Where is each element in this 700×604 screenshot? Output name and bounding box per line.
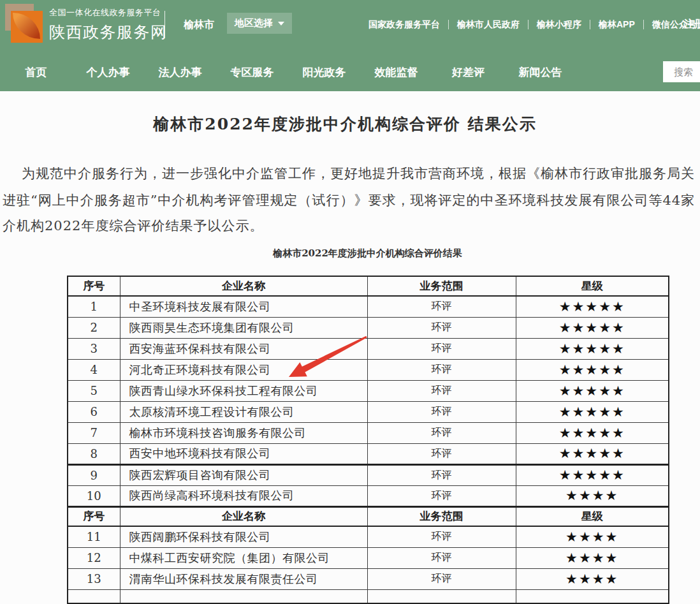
row-number: 5: [68, 380, 120, 401]
business-scope: 环评: [367, 485, 516, 506]
nav-item-1[interactable]: 个人办事: [72, 54, 144, 91]
row-number: 2: [68, 317, 120, 338]
column-header: 序号: [68, 506, 120, 526]
header-link-1[interactable]: 榆林市人民政府: [440, 19, 520, 31]
header-link-0[interactable]: 国家政务服务平台: [368, 19, 440, 31]
star-rating: ★★★★★: [516, 380, 669, 401]
business-scope: 环评: [367, 359, 516, 380]
star-rating: ★★★★★: [516, 401, 669, 422]
business-scope: 环评: [367, 443, 516, 464]
column-header: 业务范围: [367, 276, 516, 296]
main-nav: 首页个人办事法人办事专区服务阳光政务效能监督好差评新闻公告: [0, 54, 700, 91]
empty-cell: [68, 589, 120, 603]
nav-item-3[interactable]: 专区服务: [216, 54, 288, 91]
brand-text: 全国一体化在线政务服务平台 陕西政务服务网: [49, 7, 168, 43]
current-city-label: 榆林市: [184, 18, 214, 32]
table-row: 9陕西宏辉项目咨询有限公司环评★★★★★: [68, 464, 669, 485]
page: 全国一体化在线政务服务平台 陕西政务服务网 榆林市 地区选择 国家政务服务平台榆…: [0, 0, 700, 604]
row-number: 13: [68, 568, 120, 589]
star-rating: ★★★★★: [516, 443, 669, 464]
content-area: 榆林市2022年度涉批中介机构综合评价 结果公示 为规范中介服务行为，进一步强化…: [0, 91, 700, 604]
nav-item-6[interactable]: 好差评: [432, 54, 504, 91]
star-rating: ★★★★★: [516, 317, 669, 338]
company-name: 陕西阔鹏环保科技有限公司: [120, 526, 367, 547]
company-name: 榆林市环境科技咨询服务有限公司: [120, 422, 367, 443]
business-scope: 环评: [367, 338, 516, 359]
table-row-partial: [68, 589, 669, 603]
page-title: 榆林市2022年度涉批中介机构综合评价 结果公示: [0, 114, 690, 135]
table-caption: 榆林市2022年度涉批中介机构综合评价结果: [67, 247, 668, 260]
region-selector-label: 地区选择: [235, 17, 273, 29]
column-header: 星级: [516, 506, 669, 526]
nav-item-0[interactable]: 首页: [0, 54, 72, 91]
table-row: 10陕西尚绿高科环境科技有限公司环评★★★★: [68, 485, 669, 506]
paragraph-line-3: 介机构2022年度综合评价结果予以公示。: [3, 217, 263, 235]
star-rating: ★★★★: [516, 485, 669, 506]
row-number: 3: [68, 338, 120, 359]
nav-item-5[interactable]: 效能监督: [360, 54, 432, 91]
search-box: [663, 61, 700, 82]
table-header-row: 序号企业名称业务范围星级: [68, 506, 669, 526]
table-row: 4河北奇正环境科技有限公司环评★★★★★: [68, 359, 669, 380]
table-row: 2陕西雨昊生态环境集团有限公司环评★★★★★: [68, 317, 669, 338]
business-scope: 环评: [367, 568, 516, 589]
site-name: 陕西政务服务网: [49, 22, 168, 43]
search-input[interactable]: [663, 66, 700, 77]
business-scope: 环评: [367, 380, 516, 401]
empty-cell: [367, 589, 516, 603]
region-selector-button[interactable]: 地区选择: [227, 13, 292, 34]
register-link[interactable]: 注册: [684, 18, 700, 31]
star-rating: ★★★★★: [516, 296, 669, 317]
table-header-row: 序号企业名称业务范围星级: [68, 276, 669, 296]
site-header: 全国一体化在线政务服务平台 陕西政务服务网 榆林市 地区选择 国家政务服务平台榆…: [0, 0, 700, 91]
nav-item-2[interactable]: 法人办事: [144, 54, 216, 91]
empty-cell: [120, 589, 367, 603]
business-scope: 环评: [367, 464, 516, 485]
row-number: 10: [68, 485, 120, 506]
site-logo-icon: [5, 4, 43, 43]
star-rating: ★★★★: [516, 547, 669, 568]
company-name: 西安中地环境科技有限公司: [120, 443, 367, 464]
row-number: 8: [68, 443, 120, 464]
divider: [164, 11, 165, 38]
row-number: 11: [68, 526, 120, 547]
table-row: 7榆林市环境科技咨询服务有限公司环评★★★★★: [68, 422, 669, 443]
company-name: 陕西青山绿水环保科技工程有限公司: [120, 380, 367, 401]
table-row: 8西安中地环境科技有限公司环评★★★★★: [68, 443, 669, 464]
header-link-3[interactable]: 榆林APP: [581, 19, 635, 31]
star-rating: ★★★★★: [516, 338, 669, 359]
star-rating: ★★★★★: [516, 422, 669, 443]
column-header: 企业名称: [120, 506, 367, 526]
paragraph-line-1: 为规范中介服务行为，进一步强化中介监管工作，更好地提升我市营商环境，根据《榆林市…: [22, 165, 695, 182]
business-scope: 环评: [367, 296, 516, 317]
star-rating: ★★★★★: [516, 359, 669, 380]
table-row: 1中圣环境科技发展有限公司环评★★★★★: [68, 296, 669, 317]
row-number: 1: [68, 296, 120, 317]
paragraph-line-2: 进驻“网上中介服务超市”中介机构考评管理规定（试行）》要求，现将评定的中圣环境科…: [3, 191, 695, 209]
chevron-down-icon: [278, 22, 284, 26]
logo-leaf-icon: [13, 13, 40, 39]
empty-cell: [516, 589, 669, 603]
nav-item-4[interactable]: 阳光政务: [288, 54, 360, 91]
column-header: 序号: [68, 276, 120, 296]
table-row: 12中煤科工西安研究院（集团）有限公司环评★★★★: [68, 547, 669, 568]
row-number: 7: [68, 422, 120, 443]
company-name: 太原核清环境工程设计有限公司: [120, 401, 367, 422]
row-number: 12: [68, 547, 120, 568]
header-link-2[interactable]: 榆林小程序: [520, 19, 581, 31]
company-name: 中煤科工西安研究院（集团）有限公司: [120, 547, 367, 568]
evaluation-table: 序号企业名称业务范围星级1中圣环境科技发展有限公司环评★★★★★2陕西雨昊生态环…: [67, 276, 669, 604]
platform-label: 全国一体化在线政务服务平台: [49, 7, 168, 18]
star-rating: ★★★★★: [516, 464, 669, 485]
table-row: 13渭南华山环保科技发展有限责任公司环评★★★★: [68, 568, 669, 589]
business-scope: 环评: [367, 547, 516, 568]
company-name: 中圣环境科技发展有限公司: [120, 296, 367, 317]
nav-item-7[interactable]: 新闻公告: [504, 54, 576, 91]
column-header: 业务范围: [367, 506, 516, 526]
business-scope: 环评: [367, 526, 516, 547]
company-name: 陕西宏辉项目咨询有限公司: [120, 464, 367, 485]
row-number: 4: [68, 359, 120, 380]
header-links: 国家政务服务平台榆林市人民政府榆林小程序榆林APP微信公众号: [368, 19, 697, 31]
company-name: 陕西尚绿高科环境科技有限公司: [120, 485, 367, 506]
star-rating: ★★★★: [516, 526, 669, 547]
